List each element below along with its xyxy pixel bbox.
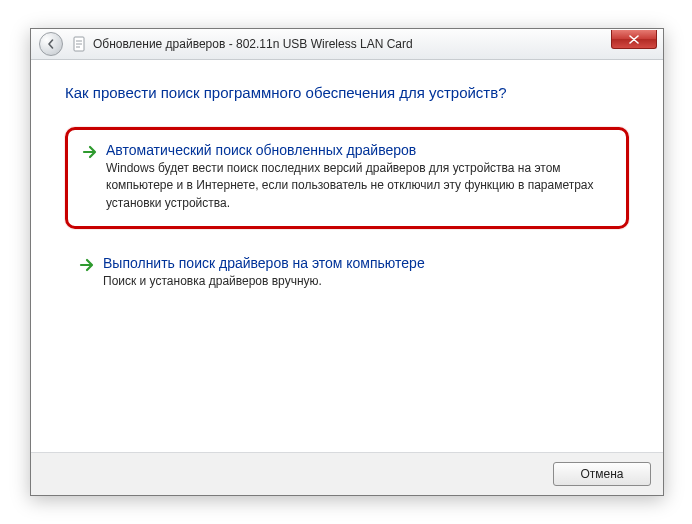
driver-update-dialog: Обновление драйверов - 802.11n USB Wirel…	[30, 28, 664, 496]
arrow-left-icon	[46, 39, 56, 49]
cancel-button[interactable]: Отмена	[553, 462, 651, 486]
close-icon	[629, 35, 639, 44]
dialog-footer: Отмена	[31, 452, 663, 495]
arrow-right-icon	[79, 257, 95, 273]
window-title: Обновление драйверов - 802.11n USB Wirel…	[93, 37, 413, 51]
option-manual-title: Выполнить поиск драйверов на этом компью…	[103, 255, 613, 271]
option-auto-title: Автоматический поиск обновленных драйвер…	[106, 142, 610, 158]
arrow-right-icon	[82, 144, 98, 160]
page-heading: Как провести поиск программного обеспече…	[65, 84, 629, 101]
option-auto-description: Windows будет вести поиск последних верс…	[106, 160, 610, 212]
option-auto-search[interactable]: Автоматический поиск обновленных драйвер…	[65, 127, 629, 229]
back-button[interactable]	[39, 32, 63, 56]
document-icon	[73, 36, 87, 52]
option-manual-description: Поиск и установка драйверов вручную.	[103, 273, 613, 290]
option-manual-search[interactable]: Выполнить поиск драйверов на этом компью…	[65, 243, 629, 304]
window-titlebar: Обновление драйверов - 802.11n USB Wirel…	[31, 29, 663, 60]
dialog-content: Как провести поиск программного обеспече…	[31, 60, 663, 452]
close-button[interactable]	[611, 30, 657, 49]
